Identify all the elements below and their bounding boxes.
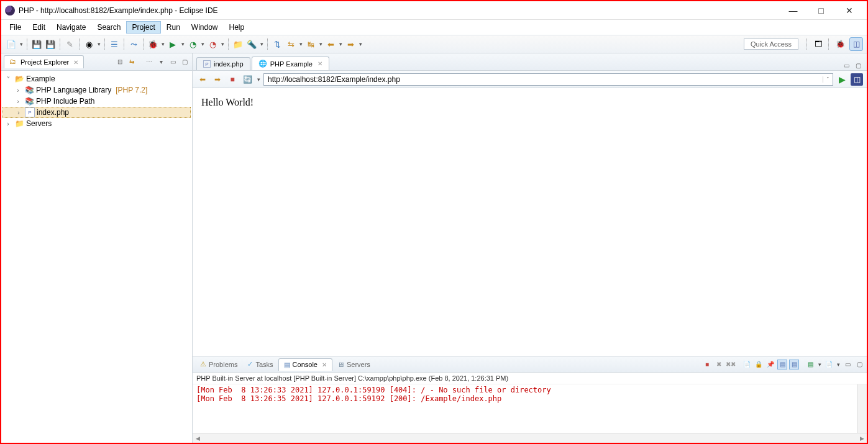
view-menu-icon[interactable]: ▾ — [156, 57, 166, 67]
twisty-closed-icon[interactable]: › — [14, 109, 23, 116]
tree-node-example[interactable]: ˅ 📂 Example — [2, 73, 191, 84]
tree-node-servers[interactable]: › 📁 Servers — [2, 118, 191, 129]
twisty-closed-icon[interactable]: › — [14, 98, 22, 105]
scrollbar-horizontal[interactable]: ◀ ▶ — [193, 433, 867, 443]
browser-url-field[interactable]: ˅ — [263, 73, 833, 86]
bottom-tab-servers[interactable]: 🖥 Servers — [332, 359, 375, 370]
user-icon[interactable]: ◉ — [83, 38, 95, 50]
stop-profile-icon[interactable]: ◔ — [206, 38, 219, 50]
menu-edit[interactable]: Edit — [27, 21, 51, 34]
forward-icon[interactable]: ➡ — [344, 38, 357, 50]
dropdown-icon[interactable]: ▾ — [200, 41, 205, 47]
browser-stop-icon[interactable]: ■ — [226, 73, 239, 86]
perspective-php-icon[interactable]: ◫ — [849, 37, 863, 51]
remove-icon[interactable]: ✖ — [714, 360, 724, 369]
project-explorer-tab[interactable]: 🗂 Project Explorer ✕ — [4, 55, 84, 68]
menu-run[interactable]: Run — [161, 21, 186, 34]
close-icon[interactable]: ✕ — [322, 361, 327, 368]
show-console-icon[interactable]: ▤ — [777, 360, 787, 369]
dropdown-icon[interactable]: ▾ — [817, 361, 822, 368]
display-console-icon[interactable]: ▤ — [805, 360, 815, 369]
profile-icon[interactable]: ◔ — [186, 38, 199, 50]
close-icon[interactable]: ✕ — [73, 59, 78, 66]
tree-node-library[interactable]: › 📚 PHP Language Library [PHP 7.2] — [2, 84, 191, 96]
maximize-view-icon[interactable]: ▢ — [180, 57, 190, 67]
filter-icon[interactable]: ⋯ — [144, 57, 154, 67]
scroll-lock-icon[interactable]: 🔒 — [754, 360, 764, 369]
save-all-icon[interactable]: 💾 — [44, 38, 57, 50]
tree-node-index-php[interactable]: › P index.php — [2, 107, 191, 118]
open-console-icon[interactable]: 📄 — [824, 360, 834, 369]
toggle-icon[interactable]: ↹ — [304, 38, 317, 50]
perspective-debug-icon[interactable]: 🐞 — [833, 37, 847, 51]
dropdown-icon[interactable]: ▾ — [180, 41, 185, 47]
menu-navigate[interactable]: Navigate — [51, 21, 91, 34]
minimize-view-icon[interactable]: ▭ — [843, 360, 852, 369]
dropdown-icon[interactable]: ▾ — [160, 41, 165, 47]
menu-search[interactable]: Search — [91, 21, 126, 34]
dropdown-icon[interactable]: ▾ — [298, 41, 303, 47]
menu-window[interactable]: Window — [186, 21, 224, 34]
run-icon[interactable]: ▶ — [167, 38, 179, 50]
show-console-out-icon[interactable]: ▤ — [789, 360, 799, 369]
browser-go-icon[interactable]: ▶ — [836, 73, 848, 86]
browser-forward-icon[interactable]: ➡ — [211, 73, 224, 86]
skip-icon[interactable]: ⤳ — [127, 38, 140, 50]
twisty-closed-icon[interactable]: › — [4, 120, 12, 127]
dropdown-icon[interactable]: ▾ — [836, 361, 841, 368]
search-icon[interactable]: 🔦 — [245, 38, 258, 50]
menu-help[interactable]: Help — [224, 21, 250, 34]
twisty-open-icon[interactable]: ˅ — [4, 76, 12, 83]
editor-tab-index-php[interactable]: P index.php — [196, 57, 250, 70]
bottom-tab-problems[interactable]: ⚠ Problems — [195, 358, 242, 370]
browser-settings-icon[interactable]: ◫ — [851, 73, 863, 86]
remove-all-icon[interactable]: ✖✖ — [726, 360, 736, 369]
minimize-editor-icon[interactable]: ▭ — [841, 60, 851, 70]
menu-project[interactable]: Project — [126, 21, 160, 34]
save-icon[interactable]: 💾 — [30, 38, 43, 50]
close-tab-icon[interactable]: ✕ — [318, 60, 322, 67]
close-button[interactable]: ✕ — [835, 1, 863, 20]
dropdown-icon[interactable]: ▾ — [220, 41, 225, 47]
scroll-right-icon[interactable]: ▶ — [857, 433, 867, 443]
quick-access[interactable]: Quick Access — [744, 39, 798, 50]
tree-icon[interactable]: ⇅ — [271, 38, 283, 50]
url-dropdown-icon[interactable]: ˅ — [823, 76, 833, 83]
scrollbar-vertical[interactable] — [857, 384, 867, 433]
dropdown-icon[interactable]: ▾ — [259, 41, 264, 47]
pin-icon[interactable]: 📌 — [765, 360, 775, 369]
tree-node-include-path[interactable]: › 📚 PHP Include Path — [2, 96, 191, 107]
browser-refresh-icon[interactable]: 🔄 — [241, 73, 254, 86]
menu-file[interactable]: File — [4, 21, 27, 34]
bottom-tab-tasks[interactable]: ✓ Tasks — [242, 358, 278, 370]
clear-console-icon[interactable]: 📄 — [742, 360, 752, 369]
browser-url-input[interactable] — [264, 75, 823, 84]
dropdown-icon[interactable]: ▾ — [338, 41, 343, 47]
twisty-closed-icon[interactable]: › — [14, 87, 22, 94]
link-icon[interactable]: ⇆ — [285, 38, 297, 50]
maximize-editor-icon[interactable]: ▢ — [853, 60, 863, 70]
perspective-open-icon[interactable]: 🗔 — [811, 37, 825, 51]
browser-back-icon[interactable]: ⬅ — [196, 73, 209, 86]
editor-tab-php-example[interactable]: 🌐 PHP Example ✕ — [252, 57, 329, 70]
wand-icon[interactable]: ✎ — [63, 38, 76, 50]
terminate-icon[interactable]: ■ — [702, 360, 712, 369]
console-body[interactable]: [Mon Feb 8 13:26:33 2021] 127.0.0.1:5919… — [193, 384, 867, 433]
dropdown-icon[interactable]: ▾ — [318, 41, 323, 47]
scroll-left-icon[interactable]: ◀ — [193, 433, 203, 443]
dropdown-icon[interactable]: ▾ — [19, 41, 24, 47]
dropdown-icon[interactable]: ▾ — [256, 76, 261, 83]
project-tree[interactable]: ˅ 📂 Example › 📚 PHP Language Library [PH… — [1, 71, 192, 443]
dropdown-icon[interactable]: ▾ — [358, 41, 363, 47]
minimize-view-icon[interactable]: ▭ — [168, 57, 178, 67]
debug-icon[interactable]: 🐞 — [147, 38, 159, 50]
maximize-button[interactable]: □ — [807, 1, 835, 20]
back-icon[interactable]: ⬅ — [324, 38, 337, 50]
view-icon[interactable]: ☰ — [108, 38, 121, 50]
dropdown-icon[interactable]: ▾ — [96, 41, 101, 47]
bottom-tab-console[interactable]: ▤ Console ✕ — [278, 358, 332, 371]
maximize-view-icon[interactable]: ▢ — [854, 360, 864, 369]
minimize-button[interactable]: ― — [779, 1, 807, 20]
folder-icon[interactable]: 📁 — [232, 38, 244, 50]
link-editor-icon[interactable]: ⇆ — [127, 57, 137, 67]
